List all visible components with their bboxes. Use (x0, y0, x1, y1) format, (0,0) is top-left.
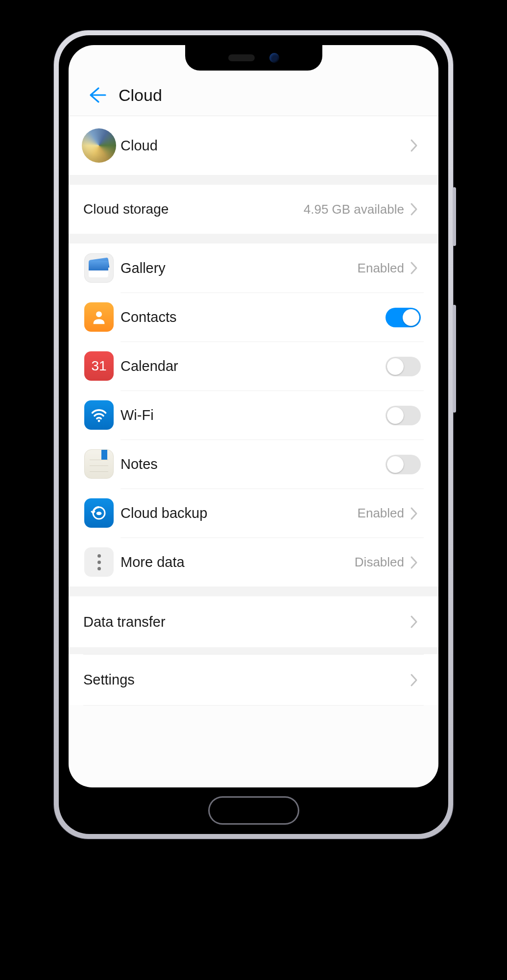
back-button[interactable] (83, 82, 110, 108)
chevron-right-icon (407, 507, 421, 520)
row-label: Wi-Fi (121, 407, 386, 423)
toggle-contacts[interactable] (386, 308, 421, 327)
row-label: Contacts (121, 309, 386, 325)
row-label: Gallery (121, 260, 358, 276)
chevron-right-icon (407, 615, 421, 629)
svg-point-0 (96, 311, 102, 317)
cloud-account-row[interactable]: Cloud (69, 116, 438, 175)
footer-list: Data transferSettings (69, 596, 438, 706)
side-button (453, 187, 456, 246)
row-label: Settings (83, 672, 407, 688)
sync-row-wi-fi: Wi-Fi (69, 391, 438, 440)
sync-row-calendar: 31Calendar (69, 342, 438, 391)
sync-row-notes: Notes (69, 440, 438, 489)
footer-row-data-transfer[interactable]: Data transfer (69, 596, 438, 647)
row-label: Cloud backup (121, 505, 358, 521)
notes-icon (84, 449, 114, 479)
page-title: Cloud (119, 86, 162, 105)
sync-items-list: GalleryEnabledContacts31CalendarWi-FiNot… (69, 244, 438, 587)
toggle-notes[interactable] (386, 455, 421, 474)
chevron-right-icon (407, 202, 421, 216)
cloud-storage-row[interactable]: Cloud storage 4.95 GB available (69, 185, 438, 234)
svg-point-1 (98, 420, 100, 422)
svg-point-3 (97, 512, 102, 515)
display-notch (185, 45, 322, 71)
row-label: Data transfer (83, 614, 407, 630)
home-button[interactable] (210, 798, 298, 823)
backup-icon (84, 498, 114, 528)
chevron-right-icon (407, 673, 421, 687)
avatar (82, 128, 116, 163)
cloud-storage-value: 4.95 GB available (304, 202, 404, 217)
calendar-icon: 31 (84, 351, 114, 381)
chevron-right-icon (407, 556, 421, 569)
footer-row-settings[interactable]: Settings (69, 654, 438, 705)
status-label: Disabled (355, 555, 404, 570)
chevron-right-icon (407, 261, 421, 275)
row-label: More data (121, 554, 355, 570)
sync-row-more-data[interactable]: More dataDisabled (69, 538, 438, 587)
row-label: Calendar (121, 358, 386, 374)
cloud-account-label: Cloud (121, 138, 407, 154)
side-button (453, 305, 456, 413)
phone-frame: Cloud Cloud Cloud storage 4 (54, 30, 453, 839)
toggle-wi-fi[interactable] (386, 406, 421, 425)
screen: Cloud Cloud Cloud storage 4 (69, 45, 438, 787)
toggle-calendar[interactable] (386, 357, 421, 376)
sync-row-cloud-backup[interactable]: Cloud backupEnabled (69, 489, 438, 538)
wifi-icon (84, 400, 114, 430)
chevron-right-icon (407, 139, 421, 152)
contacts-icon (84, 302, 114, 332)
row-label: Notes (121, 456, 386, 472)
gallery-icon (84, 253, 114, 283)
sync-row-contacts: Contacts (69, 293, 438, 342)
status-label: Enabled (358, 261, 404, 276)
cloud-storage-label: Cloud storage (83, 201, 304, 217)
more-icon (84, 547, 114, 577)
sync-row-gallery[interactable]: GalleryEnabled (69, 244, 438, 293)
status-label: Enabled (358, 506, 404, 521)
